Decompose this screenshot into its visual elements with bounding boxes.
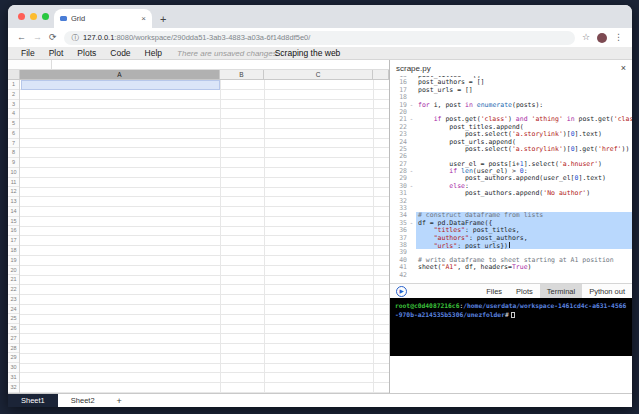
code-text bbox=[416, 205, 632, 212]
row-number-14[interactable]: 14 bbox=[8, 207, 19, 217]
row-number-31[interactable]: 31 bbox=[8, 373, 19, 383]
column-header-C[interactable]: C bbox=[264, 70, 373, 79]
fold-marker-icon[interactable]: - bbox=[407, 220, 416, 227]
profile-avatar[interactable] bbox=[597, 33, 607, 43]
code-line-40: 40# write dataframe to sheet starting at… bbox=[390, 257, 632, 264]
forward-icon[interactable]: → bbox=[33, 33, 42, 42]
row-number-20[interactable]: 20 bbox=[8, 266, 19, 276]
bookmark-star-icon[interactable]: ☆ bbox=[582, 33, 590, 42]
row-number-26[interactable]: 26 bbox=[8, 324, 19, 334]
editor-file-tab[interactable]: scrape.py × bbox=[390, 60, 632, 76]
row-number-25[interactable]: 25 bbox=[8, 314, 19, 324]
row-number-10[interactable]: 10 bbox=[8, 168, 19, 178]
row-number-17[interactable]: 17 bbox=[8, 236, 19, 246]
grid-favicon bbox=[60, 16, 67, 21]
row-number-27[interactable]: 27 bbox=[8, 334, 19, 344]
code-line-23: 23 post.select('a.storylink')[0].text) bbox=[390, 131, 632, 138]
code-line-25: 25 post.select('a.storylink')[0].get('hr… bbox=[390, 146, 632, 153]
editor-toolbar: ▶ FilesPlotsTerminalPython out bbox=[390, 283, 632, 298]
row-number-6[interactable]: 6 bbox=[8, 129, 19, 139]
row-number-3[interactable]: 3 bbox=[8, 100, 19, 110]
menu-item-plot[interactable]: Plot bbox=[42, 48, 71, 58]
fold-spacer bbox=[407, 198, 416, 205]
sheet-tab-sheet2[interactable]: Sheet2 bbox=[58, 394, 108, 407]
tab-files[interactable]: Files bbox=[479, 284, 509, 298]
fold-spacer bbox=[407, 257, 416, 264]
code-line-29: 29 post_authors.append(user_el[0].text) bbox=[390, 175, 632, 182]
site-info-icon[interactable]: ⓘ bbox=[72, 33, 80, 43]
code-line-33: 33 bbox=[390, 205, 632, 212]
row-number-7[interactable]: 7 bbox=[8, 139, 19, 149]
row-number-2[interactable]: 2 bbox=[8, 90, 19, 100]
row-number-19[interactable]: 19 bbox=[8, 256, 19, 266]
back-icon[interactable]: ← bbox=[17, 33, 26, 42]
row-number-4[interactable]: 4 bbox=[8, 109, 19, 119]
new-tab-button[interactable]: + bbox=[160, 14, 166, 25]
code-text: post.select('a.storylink')[0].get('href'… bbox=[416, 146, 632, 153]
fold-marker-icon[interactable]: - bbox=[407, 102, 416, 109]
menu-item-file[interactable]: File bbox=[14, 48, 42, 58]
code-line-42: 42 bbox=[390, 272, 632, 279]
sheet-tab-sheet1[interactable]: Sheet1 bbox=[8, 394, 58, 407]
code-editor[interactable]: 15post_titles = []16post_authors = []17p… bbox=[390, 76, 632, 283]
row-number-8[interactable]: 8 bbox=[8, 148, 19, 158]
fold-spacer bbox=[407, 153, 416, 160]
close-window-button[interactable] bbox=[18, 13, 25, 20]
row-number-1[interactable]: 1 bbox=[8, 80, 19, 90]
row-number-29[interactable]: 29 bbox=[8, 353, 19, 363]
column-header-partial[interactable] bbox=[373, 70, 389, 79]
zoom-window-button[interactable] bbox=[42, 13, 49, 20]
formula-bar[interactable] bbox=[8, 60, 389, 70]
browser-menu-icon[interactable]: ⋮ bbox=[614, 33, 623, 42]
row-number-23[interactable]: 23 bbox=[8, 295, 19, 305]
row-number-32[interactable]: 32 bbox=[8, 383, 19, 393]
row-number-28[interactable]: 28 bbox=[8, 344, 19, 354]
row-number-9[interactable]: 9 bbox=[8, 158, 19, 168]
row-number-21[interactable]: 21 bbox=[8, 275, 19, 285]
reload-icon[interactable]: ⟳ bbox=[49, 33, 57, 42]
menu-item-help[interactable]: Help bbox=[138, 48, 169, 58]
row-number-5[interactable]: 5 bbox=[8, 119, 19, 129]
row-number-16[interactable]: 16 bbox=[8, 226, 19, 236]
fold-marker-icon[interactable]: - bbox=[407, 168, 416, 175]
tab-plots[interactable]: Plots bbox=[509, 284, 540, 298]
code-text bbox=[416, 153, 632, 160]
row-number-11[interactable]: 11 bbox=[8, 178, 19, 188]
menu-item-plots[interactable]: Plots bbox=[70, 48, 103, 58]
tab-close-icon[interactable]: × bbox=[141, 14, 146, 23]
fold-spacer bbox=[407, 131, 416, 138]
row-number-18[interactable]: 18 bbox=[8, 246, 19, 256]
tab-terminal[interactable]: Terminal bbox=[540, 284, 582, 298]
chrome-tab-strip: Grid × + bbox=[8, 5, 632, 28]
cell-name-box[interactable] bbox=[8, 60, 52, 69]
editor-close-icon[interactable]: × bbox=[621, 63, 626, 73]
row-number-12[interactable]: 12 bbox=[8, 187, 19, 197]
run-code-button[interactable]: ▶ bbox=[396, 286, 407, 297]
selected-cell-range bbox=[21, 80, 220, 90]
row-number-22[interactable]: 22 bbox=[8, 285, 19, 295]
browser-tab[interactable]: Grid × bbox=[54, 9, 152, 28]
code-line-35: 35-df = pd.DataFrame({ bbox=[390, 220, 632, 227]
minimize-window-button[interactable] bbox=[30, 13, 37, 20]
column-border bbox=[220, 80, 221, 393]
row-number-24[interactable]: 24 bbox=[8, 305, 19, 315]
row-number-13[interactable]: 13 bbox=[8, 197, 19, 207]
row-number-30[interactable]: 30 bbox=[8, 363, 19, 373]
terminal[interactable]: root@c0d4087216c6:/home/userdata/workspa… bbox=[390, 298, 632, 356]
tab-python-out[interactable]: Python out bbox=[582, 284, 632, 298]
main-area: ABC 123456789101112131415161718192021222… bbox=[8, 60, 632, 393]
fold-marker-icon[interactable]: - bbox=[407, 116, 416, 123]
row-number-15[interactable]: 15 bbox=[8, 217, 19, 227]
code-text: user_el = posts[i+1].select('a.hnuser') bbox=[416, 161, 632, 168]
column-header-A[interactable]: A bbox=[20, 70, 220, 79]
select-all-corner[interactable] bbox=[8, 70, 20, 79]
spreadsheet-panel: ABC 123456789101112131415161718192021222… bbox=[8, 60, 389, 393]
menu-item-code[interactable]: Code bbox=[103, 48, 137, 58]
fold-marker-icon[interactable]: - bbox=[407, 183, 416, 190]
column-header-B[interactable]: B bbox=[220, 70, 264, 79]
code-line-38: 38 "urls": post_urls}) bbox=[390, 242, 632, 249]
sheet-grid[interactable]: 1234567891011121314151617181920212223242… bbox=[8, 80, 389, 393]
address-bar[interactable]: ⓘ 127.0.0.1:8080/workspace/290dda51-3ab3… bbox=[64, 31, 575, 45]
code-line-27: 27 user_el = posts[i+1].select('a.hnuser… bbox=[390, 161, 632, 168]
add-sheet-button[interactable]: + bbox=[108, 394, 131, 407]
